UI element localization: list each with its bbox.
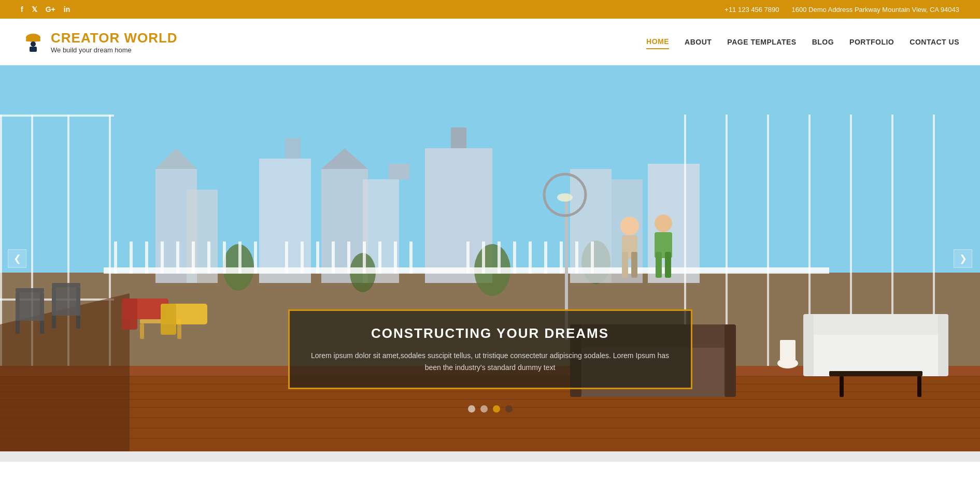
svg-rect-89 [177, 323, 181, 339]
svg-point-113 [557, 193, 573, 202]
top-bar: f 𝕏 G+ in +11 123 456 7890 1600 Demo Add… [0, 0, 980, 19]
svg-rect-57 [0, 115, 114, 117]
slider-arrow-right[interactable]: ❯ [954, 249, 972, 268]
google-plus-icon[interactable]: G+ [46, 5, 55, 13]
hero-background [0, 65, 980, 451]
svg-point-103 [620, 217, 639, 235]
svg-rect-25 [114, 242, 117, 274]
logo-text: CREATOR WORLD We build your dream home [51, 30, 178, 54]
hero-slider: ❮ ❯ CONSTRUCTING YOUR DREAMS Lorem ipsum… [0, 65, 980, 451]
svg-rect-94 [803, 314, 814, 376]
svg-rect-49 [544, 242, 547, 274]
svg-rect-84 [52, 287, 80, 316]
svg-rect-36 [301, 242, 304, 274]
svg-rect-43 [409, 242, 413, 274]
dot-1[interactable] [468, 405, 475, 413]
dot-4[interactable] [505, 405, 513, 413]
svg-rect-39 [347, 242, 350, 274]
svg-rect-33 [238, 242, 242, 274]
logo-icon [21, 30, 46, 54]
nav-portfolio[interactable]: PORTFOLIO [849, 35, 894, 49]
svg-rect-46 [498, 242, 501, 274]
svg-rect-16 [451, 127, 466, 148]
facebook-icon[interactable]: f [21, 5, 23, 13]
svg-rect-44 [466, 242, 470, 274]
svg-rect-27 [145, 242, 148, 274]
main-nav: HOME ABOUT PAGE TEMPLATES BLOG PORTFOLIO… [646, 35, 959, 49]
twitter-icon[interactable]: 𝕏 [32, 5, 37, 13]
svg-rect-40 [363, 242, 366, 274]
logo-title: CREATOR WORLD [51, 30, 178, 46]
svg-rect-98 [917, 376, 921, 397]
nav-home[interactable]: HOME [646, 35, 669, 49]
nav-page-templates[interactable]: PAGE TEMPLATES [727, 35, 796, 49]
svg-rect-38 [332, 242, 335, 274]
svg-rect-50 [560, 242, 563, 274]
footer-strip [0, 451, 980, 462]
svg-rect-106 [631, 252, 637, 278]
svg-rect-80 [16, 292, 44, 321]
svg-rect-77 [16, 288, 44, 292]
slide-description: Lorem ipsum dolor sit amet,sodales susci… [310, 350, 670, 373]
svg-rect-1 [26, 39, 40, 41]
svg-rect-31 [207, 242, 210, 274]
svg-rect-29 [176, 242, 179, 274]
phone-number: +11 123 456 7890 [725, 6, 779, 13]
svg-rect-109 [656, 252, 662, 278]
logo[interactable]: CREATOR WORLD We build your dream home [21, 30, 178, 54]
svg-rect-97 [840, 376, 844, 397]
svg-rect-51 [575, 242, 578, 274]
svg-rect-45 [482, 242, 485, 274]
nav-contact[interactable]: CONTACT US [910, 35, 959, 49]
svg-rect-95 [938, 314, 948, 376]
svg-rect-35 [285, 242, 288, 274]
svg-rect-96 [829, 371, 922, 376]
slide-title: CONSTRUCTING YOUR DREAMS [310, 325, 670, 342]
header: CREATOR WORLD We build your dream home H… [0, 19, 980, 65]
svg-rect-86 [122, 299, 137, 330]
svg-rect-10 [285, 138, 301, 159]
svg-rect-47 [513, 242, 516, 274]
svg-rect-34 [254, 242, 257, 274]
svg-rect-110 [665, 252, 671, 278]
svg-point-107 [655, 215, 672, 232]
svg-rect-48 [529, 242, 532, 274]
slide-content-box: CONSTRUCTING YOUR DREAMS Lorem ipsum dol… [288, 309, 692, 389]
logo-subtitle: We build your dream home [51, 46, 178, 54]
svg-rect-32 [223, 242, 226, 274]
contact-info: +11 123 456 7890 1600 Demo Address Parkw… [725, 6, 959, 13]
svg-rect-115 [780, 340, 796, 363]
svg-rect-28 [161, 242, 164, 274]
svg-rect-105 [622, 252, 628, 278]
svg-rect-88 [140, 323, 144, 339]
svg-rect-91 [161, 304, 176, 335]
svg-rect-42 [394, 242, 397, 274]
scene-illustration [0, 65, 980, 451]
svg-rect-41 [378, 242, 381, 274]
address: 1600 Demo Address Parkway Mountain View,… [791, 6, 959, 13]
nav-about[interactable]: ABOUT [685, 35, 712, 49]
svg-rect-37 [316, 242, 319, 274]
svg-rect-102 [725, 324, 736, 397]
dot-3[interactable] [493, 405, 500, 413]
svg-rect-81 [52, 283, 80, 287]
slider-dots [468, 405, 513, 413]
nav-blog[interactable]: BLOG [812, 35, 834, 49]
svg-rect-30 [192, 242, 195, 274]
slider-arrow-left[interactable]: ❮ [8, 249, 26, 268]
linkedin-icon[interactable]: in [64, 5, 70, 13]
svg-rect-14 [389, 164, 409, 179]
svg-rect-52 [591, 242, 594, 274]
svg-rect-93 [803, 314, 948, 335]
dot-2[interactable] [480, 405, 488, 413]
social-links: f 𝕏 G+ in [21, 5, 70, 13]
svg-rect-26 [130, 242, 133, 274]
svg-point-2 [31, 41, 36, 47]
svg-rect-3 [30, 47, 37, 52]
